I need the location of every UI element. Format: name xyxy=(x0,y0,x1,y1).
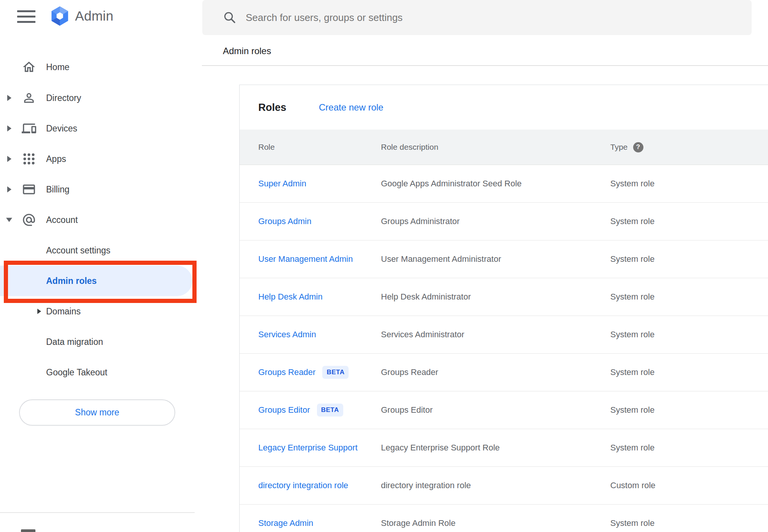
sidebar-item-label: Devices xyxy=(46,123,77,134)
column-header-description: Role description xyxy=(381,143,610,152)
role-description: User Management Administrator xyxy=(381,254,610,264)
sidebar-item-account-settings[interactable]: Account settings xyxy=(0,235,202,266)
search-icon xyxy=(223,11,237,24)
role-cell: directory integration role xyxy=(240,481,381,490)
role-type: System role xyxy=(610,518,768,528)
search-input[interactable] xyxy=(246,12,740,24)
sidebar-item-account[interactable]: Account xyxy=(0,205,202,235)
sidebar-item-google-takeout[interactable]: Google Takeout xyxy=(0,357,202,388)
devices-icon xyxy=(22,121,36,136)
header-divider xyxy=(202,65,768,66)
table-row: User Management Admin User Management Ad… xyxy=(240,240,768,278)
role-link[interactable]: Groups Editor xyxy=(258,405,310,415)
role-type: Custom role xyxy=(610,481,768,490)
role-link[interactable]: Groups Reader xyxy=(258,367,315,377)
sidebar-item-label: Apps xyxy=(46,154,66,164)
show-more-button[interactable]: Show more xyxy=(19,399,175,426)
table-row: Help Desk Admin Help Desk Administrator … xyxy=(240,278,768,316)
role-type: System role xyxy=(610,254,768,264)
role-cell: Groups Editor BETA xyxy=(240,404,381,417)
table-row: Services Admin Services Administrator Sy… xyxy=(240,316,768,354)
expand-arrow-icon[interactable] xyxy=(7,186,11,192)
table-row: Groups Admin Groups Administrator System… xyxy=(240,203,768,240)
sidebar-item-label: Home xyxy=(46,62,69,72)
expand-arrow-icon[interactable] xyxy=(37,309,41,314)
role-type: System role xyxy=(610,367,768,377)
menu-icon[interactable] xyxy=(17,10,35,23)
at-sign-icon xyxy=(22,213,36,227)
clipped-bottom-icon xyxy=(21,529,35,532)
person-icon xyxy=(22,91,36,105)
role-description: Groups Administrator xyxy=(381,216,610,226)
role-description: Help Desk Administrator xyxy=(381,292,610,302)
sidebar-item-data-migration[interactable]: Data migration xyxy=(0,327,202,357)
sidebar-item-apps[interactable]: Apps xyxy=(0,144,202,174)
role-link[interactable]: Super Admin xyxy=(258,179,306,189)
roles-card: Roles Create new role Role Role descript… xyxy=(239,85,768,532)
role-cell: Services Admin xyxy=(240,330,381,340)
sidebar-item-label: Directory xyxy=(46,93,81,103)
sidebar-item-label: Google Takeout xyxy=(46,367,107,378)
role-link[interactable]: Help Desk Admin xyxy=(258,292,323,302)
create-new-role-link[interactable]: Create new role xyxy=(319,102,383,113)
column-header-type-label: Type xyxy=(610,143,628,152)
column-header-role: Role xyxy=(240,143,381,152)
expand-arrow-icon[interactable] xyxy=(7,156,11,162)
role-type: System role xyxy=(610,216,768,226)
sidebar-item-label: Account xyxy=(46,215,78,225)
app-title: Admin xyxy=(75,8,114,24)
sidebar-item-admin-roles[interactable]: Admin roles xyxy=(0,266,192,296)
credit-card-icon xyxy=(22,182,36,197)
role-description: Services Administrator xyxy=(381,330,610,340)
role-description: directory integration role xyxy=(381,481,610,490)
role-cell: Help Desk Admin xyxy=(240,292,381,302)
sidebar-item-domains[interactable]: Domains xyxy=(0,296,202,327)
admin-console-screen: { "brand": { "name": "Admin" }, "search"… xyxy=(0,0,768,532)
role-link[interactable]: directory integration role xyxy=(258,481,348,490)
search-bar[interactable] xyxy=(202,0,752,35)
roles-table-body: Super Admin Google Apps Administrator Se… xyxy=(240,165,768,532)
table-row: directory integration role directory int… xyxy=(240,467,768,505)
role-link[interactable]: Services Admin xyxy=(258,330,316,340)
collapse-arrow-icon[interactable] xyxy=(6,218,12,222)
role-cell: Groups Reader BETA xyxy=(240,366,381,379)
table-header-row: Role Role description Type ? xyxy=(240,130,768,165)
sidebar-item-devices[interactable]: Devices xyxy=(0,113,202,144)
column-header-type: Type ? xyxy=(610,142,768,152)
help-icon[interactable]: ? xyxy=(633,142,643,152)
role-type: System role xyxy=(610,443,768,453)
home-icon xyxy=(22,60,36,74)
role-link[interactable]: User Management Admin xyxy=(258,254,353,264)
role-link[interactable]: Legacy Enterprise Support xyxy=(258,443,358,453)
role-description: Groups Editor xyxy=(381,405,610,415)
table-row: Storage Admin Storage Admin Role System … xyxy=(240,505,768,532)
role-type: System role xyxy=(610,179,768,189)
sidebar-item-label: Admin roles xyxy=(46,276,97,286)
table-row: Groups Editor BETA Groups Editor System … xyxy=(240,391,768,429)
role-cell: Legacy Enterprise Support xyxy=(240,443,381,453)
role-type: System role xyxy=(610,292,768,302)
role-description: Legacy Enterprise Support Role xyxy=(381,443,610,453)
sidebar-item-label: Account settings xyxy=(46,245,110,256)
role-link[interactable]: Storage Admin xyxy=(258,518,313,528)
role-description: Google Apps Administrator Seed Role xyxy=(381,179,610,189)
card-title: Roles xyxy=(258,101,286,113)
table-row: Legacy Enterprise Support Legacy Enterpr… xyxy=(240,429,768,467)
expand-arrow-icon[interactable] xyxy=(7,95,11,101)
role-cell: User Management Admin xyxy=(240,254,381,264)
apps-grid-icon xyxy=(22,152,36,166)
sidebar-item-label: Data migration xyxy=(46,337,103,347)
role-description: Storage Admin Role xyxy=(381,518,610,528)
table-row: Super Admin Google Apps Administrator Se… xyxy=(240,165,768,203)
role-cell: Groups Admin xyxy=(240,216,381,226)
role-type: System role xyxy=(610,405,768,415)
sidebar-item-billing[interactable]: Billing xyxy=(0,174,202,205)
role-cell: Storage Admin xyxy=(240,518,381,528)
sidebar-item-directory[interactable]: Directory xyxy=(0,83,202,113)
role-link[interactable]: Groups Admin xyxy=(258,216,311,226)
role-cell: Super Admin xyxy=(240,179,381,189)
admin-logo-icon xyxy=(49,5,71,27)
roles-card-header: Roles Create new role xyxy=(240,85,768,130)
expand-arrow-icon[interactable] xyxy=(7,125,11,131)
sidebar-item-home[interactable]: Home xyxy=(0,52,202,82)
